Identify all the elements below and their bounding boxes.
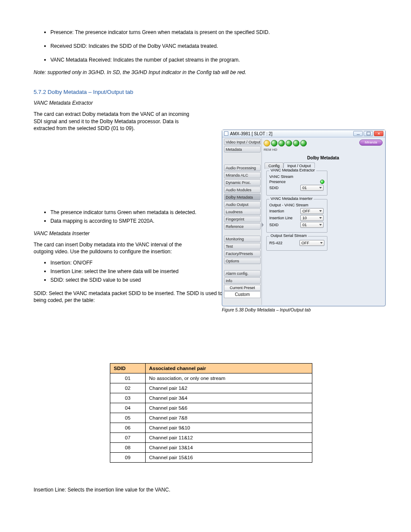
group-legend: VANC Metadata Inserter — [269, 196, 314, 201]
cell-sdid: 03 — [110, 393, 146, 403]
sidebar-item-video-io[interactable]: Video Input / Output — [224, 139, 261, 145]
app-window: AMX-3981 [ SLOT : 2] Video Input / Outpu… — [222, 130, 386, 306]
sidebar-item-audio-processing[interactable]: Audio Processing — [224, 165, 261, 171]
rem-hd-label: REM HD — [264, 148, 277, 152]
tab-body: VANC Metadata Extractor VANC Stream Pres… — [265, 169, 329, 256]
cell-sdid: 02 — [110, 383, 146, 393]
app-icon — [224, 131, 228, 136]
vanc-extractor-block: VANC Metadata Extractor The card can ext… — [34, 100, 197, 132]
group-legend: Output Serial Stream — [269, 233, 308, 238]
vanc-ins-desc: The card can insert Dolby metadata into … — [34, 241, 197, 255]
table-row: 09Channel pair 15&16 — [110, 453, 312, 463]
table-row: 03Channel pair 3&4 — [110, 393, 312, 403]
table-row: 07Channel pair 11&12 — [110, 433, 312, 443]
brand-badge: Miranda — [359, 140, 383, 146]
presence-led-icon — [320, 180, 324, 184]
status-icon — [300, 140, 307, 146]
close-button[interactable] — [374, 131, 383, 136]
th-sdid: SDID — [110, 364, 146, 373]
sdid-label: SDID — [269, 186, 298, 190]
insertion-line-paragraph: Insertion Line: Selects the insertion li… — [34, 487, 370, 493]
table-row: 04Channel pair 5&6 — [110, 403, 312, 413]
sidebar-item-dynamic-proc[interactable]: Dynamic Proc. — [224, 179, 261, 186]
vanc-ext-title: VANC Metadata Extractor — [34, 100, 93, 106]
table-row: 05Channel pair 7&8 — [110, 413, 312, 423]
cell-sdid: 06 — [110, 423, 146, 433]
maximize-button[interactable] — [364, 131, 373, 136]
group-vanc-inserter: VANC Metadata Inserter Output - VANC Str… — [266, 199, 327, 233]
sidebar-item-dolby-metadata[interactable]: Dolby Metadata — [224, 194, 261, 200]
sdid-table: SDID Associated channel pair 01No associ… — [110, 363, 312, 463]
top-note: Note: supported only in 3G/HD. In SD, th… — [34, 69, 370, 76]
sidebar-item-audio-output[interactable]: Audio Output — [224, 201, 261, 208]
sidebar-item-test[interactable]: Test — [224, 243, 261, 249]
table-row: 02Channel pair 1&2 — [110, 383, 312, 393]
bullet-text: Presence: The presence indicator turns G… — [50, 29, 270, 35]
window-title: AMX-3981 [ SLOT : 2] — [230, 131, 353, 136]
cell-sdid: 01 — [110, 373, 146, 383]
cell-sdid: 04 — [110, 403, 146, 413]
cell-assoc: Channel pair 9&10 — [146, 423, 312, 433]
sidebar-pointer-icon — [262, 222, 264, 227]
sidebar-item-fingerprint[interactable]: Fingerprint — [224, 216, 261, 222]
sdid-table-wrap: SDID Associated channel pair 01No associ… — [110, 363, 312, 463]
sdid-combo[interactable]: 01 — [300, 185, 324, 191]
bullet-text: Insertion: ON/OFF — [50, 260, 93, 266]
presence-label: Presence — [269, 180, 298, 184]
sub-label: Output - VANC Stream — [269, 203, 317, 207]
bullet-text: VANC Metadata Received: Indicates the nu… — [50, 57, 240, 63]
vanc-ext-desc: The card can extract Dolby metadata from… — [34, 111, 197, 132]
bullet-text: Received SDID: Indicates the SDID of the… — [50, 43, 218, 49]
bullet-text: Insertion Line: select the line where da… — [50, 268, 179, 274]
status-icon — [278, 140, 285, 146]
bullet-text: SDID: select the SDID value to be used — [50, 277, 141, 283]
group-output-serial-stream: Output Serial Stream RS-422 OFF — [266, 236, 327, 251]
th-assoc: Associated channel pair — [146, 364, 312, 373]
sub-label: VANC Stream — [269, 174, 317, 179]
cell-assoc: Channel pair 1&2 — [146, 383, 312, 393]
cell-assoc: Channel pair 15&16 — [146, 453, 312, 463]
sidebar-item-factory-presets[interactable]: Factory/Presets — [224, 250, 261, 257]
table-row: 01No association, or only one stream — [110, 373, 312, 383]
vanc-ext-bullets: •The presence indicator turns Green when… — [44, 209, 208, 224]
cell-assoc: Channel pair 11&12 — [146, 433, 312, 443]
sidebar: Video Input / Output Metadata Audio Proc… — [223, 138, 262, 305]
insertion-combo[interactable]: OFF — [300, 208, 324, 214]
panel-title: Dolby Metadata — [262, 148, 384, 160]
titlebar[interactable]: AMX-3981 [ SLOT : 2] — [222, 130, 385, 137]
current-preset-value: Custom — [224, 291, 261, 298]
cell-assoc: No association, or only one stream — [146, 373, 312, 383]
cell-sdid: 05 — [110, 413, 146, 423]
group-vanc-extractor: VANC Metadata Extractor VANC Stream Pres… — [266, 171, 327, 196]
sidebar-item-monitoring[interactable]: Monitoring — [224, 236, 261, 242]
table-row: 06Channel pair 9&10 — [110, 423, 312, 433]
sidebar-item-info[interactable]: Info — [224, 277, 261, 284]
main-panel: REM HD Miranda Dolby Metadata Config Inp… — [262, 138, 384, 305]
figure-caption: Figure 5.38 Dolby Metadata – Input/Outpu… — [222, 308, 386, 312]
cell-assoc: Channel pair 3&4 — [146, 393, 312, 403]
insertion-label: Insertion — [269, 209, 298, 213]
vanc-ins-title: VANC Metadata Inserter — [34, 230, 90, 236]
ins-sdid-label: SDID — [269, 223, 298, 227]
top-bullet-list: •Presence: The presence indicator turns … — [44, 29, 370, 63]
sidebar-item-reference[interactable]: Reference — [224, 223, 261, 230]
ins-sdid-combo[interactable]: 01 — [300, 222, 324, 228]
rs422-combo[interactable]: OFF — [299, 240, 324, 246]
sidebar-item-miranda-alc[interactable]: Miranda ALC — [224, 172, 261, 178]
group-legend: VANC Metadata Extractor — [269, 168, 316, 172]
cell-assoc: Channel pair 5&6 — [146, 403, 312, 413]
status-icon — [293, 140, 299, 146]
sidebar-item-options[interactable]: Options — [224, 258, 261, 264]
sidebar-item-metadata[interactable]: Metadata — [224, 146, 261, 152]
cell-sdid: 09 — [110, 453, 146, 463]
rs422-label: RS-422 — [269, 241, 297, 245]
current-preset-label: Current Preset — [224, 285, 261, 291]
vanc-ins-bullets: •Insertion: ON/OFF •Insertion Line: sele… — [44, 260, 208, 283]
minimize-button[interactable] — [353, 131, 363, 136]
sidebar-item-audio-modules[interactable]: Audio Modules — [224, 187, 261, 193]
status-icon — [271, 140, 277, 146]
sidebar-item-alarm-config[interactable]: Alarm config. — [224, 270, 261, 277]
insertion-line-combo[interactable]: 10 — [300, 215, 324, 221]
insertion-line-label: Insertion Line — [269, 216, 298, 220]
sidebar-item-loudness[interactable]: Loudness — [224, 208, 261, 215]
